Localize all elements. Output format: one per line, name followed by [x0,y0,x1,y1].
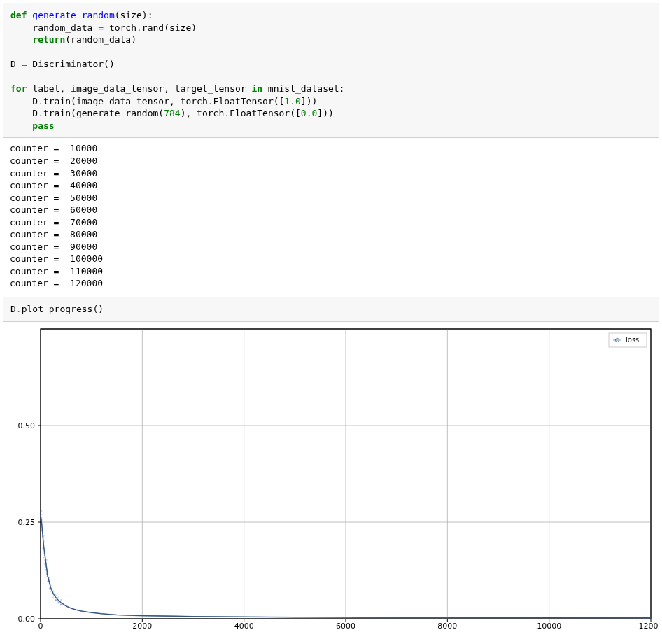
code-cell-2[interactable]: D.plot_progress() [3,297,659,322]
svg-text:0.00: 0.00 [18,615,36,624]
svg-text:6000: 6000 [336,622,355,631]
svg-text:0.25: 0.25 [18,518,36,527]
svg-point-59 [52,596,54,598]
svg-point-71 [60,603,62,605]
svg-text:2000: 2000 [132,622,152,631]
svg-point-63 [55,599,57,601]
svg-text:8000: 8000 [437,622,457,631]
svg-point-31 [44,563,45,564]
chart-output: 0200040006000800010000120000.000.250.50l… [3,322,659,633]
svg-point-60 [55,594,57,596]
svg-point-48 [49,578,50,580]
svg-point-24 [43,556,44,558]
output-cell-1: counter = 10000 counter = 20000 counter … [3,138,659,293]
svg-text:10000: 10000 [537,622,561,631]
svg-text:12000: 12000 [639,622,659,631]
svg-point-13 [40,497,41,498]
svg-point-16 [41,510,42,511]
svg-point-65 [57,596,59,598]
svg-point-55 [50,591,51,592]
loss-chart: 0200040006000800010000120000.000.250.50l… [7,325,658,633]
svg-point-23 [42,518,43,519]
svg-text:0: 0 [38,622,43,631]
svg-point-30 [44,540,45,542]
svg-point-21 [42,547,43,549]
svg-point-68 [60,599,62,601]
svg-text:4000: 4000 [234,622,254,631]
svg-text:loss: loss [626,336,639,344]
svg-point-15 [40,523,41,524]
svg-text:0.50: 0.50 [18,421,36,430]
code-cell-1[interactable]: def generate_random(size): random_data =… [3,3,659,138]
svg-point-12 [40,526,41,527]
